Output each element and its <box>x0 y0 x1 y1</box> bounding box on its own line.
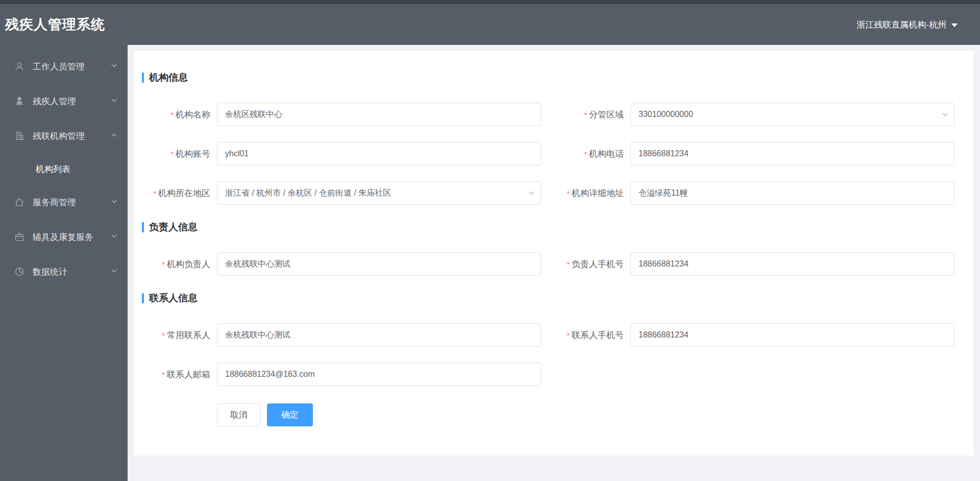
region-select[interactable] <box>630 103 954 126</box>
input-wrap <box>217 181 541 205</box>
field-org-phone: *机构电话 <box>541 142 954 165</box>
required-marker: * <box>162 331 165 340</box>
input-wrap <box>217 142 541 165</box>
sidebar-item-staff-management[interactable]: 工作人员管理 <box>0 49 128 84</box>
sidebar: 工作人员管理 残疾人管理 残联机构管理 机构列表 服务商管理 <box>0 45 128 481</box>
form-row: *常用联系人 *联系人手机号 <box>142 323 954 347</box>
sidebar-item-label: 辅具及康复服务 <box>33 231 111 243</box>
field-contact-email: *联系人邮箱 <box>142 363 541 386</box>
caret-down-icon <box>951 23 958 27</box>
section-title: 负责人信息 <box>149 221 198 234</box>
org-switcher-dropdown[interactable]: 浙江残联直属机构-杭州 <box>856 19 958 31</box>
app-title: 残疾人管理系统 <box>5 15 105 34</box>
user-icon <box>13 60 26 73</box>
required-marker: * <box>170 110 174 119</box>
input-wrap <box>630 181 954 205</box>
field-label: *机构所在地区 <box>142 187 217 199</box>
cancel-button[interactable]: 取消 <box>217 403 261 426</box>
sidebar-item-label: 残疾人管理 <box>33 95 111 107</box>
org-address-input[interactable] <box>630 181 954 205</box>
section-accent-bar <box>142 293 144 303</box>
field-org-account: *机构账号 <box>142 142 541 165</box>
field-org-area: *机构所在地区 <box>142 181 541 205</box>
sidebar-subitem-label: 机构列表 <box>36 163 70 175</box>
sidebar-item-org-management[interactable]: 残联机构管理 <box>0 118 128 153</box>
required-marker: * <box>162 370 165 379</box>
form-row: *机构账号 *机构电话 <box>142 142 954 165</box>
section-org-info: 机构信息 <box>142 71 954 84</box>
contact-mobile-input[interactable] <box>630 323 954 347</box>
section-leader-info: 负责人信息 <box>142 221 954 234</box>
sidebar-item-label: 工作人员管理 <box>33 61 111 73</box>
section-contact-info: 联系人信息 <box>142 292 954 305</box>
sidebar-item-disabled-management[interactable]: 残疾人管理 <box>0 84 128 118</box>
form-row: *机构负责人 *负责人手机号 <box>142 252 954 276</box>
required-marker: * <box>567 331 570 340</box>
org-form-panel: 机构信息 *机构名称 *分管区域 *机构账号 <box>134 51 974 455</box>
required-marker: * <box>584 150 587 158</box>
input-wrap <box>630 323 954 347</box>
field-org-address: *机构详细地址 <box>541 181 954 205</box>
sidebar-item-label: 服务商管理 <box>33 197 111 208</box>
building-icon <box>13 130 26 142</box>
field-label: *联系人手机号 <box>541 329 630 341</box>
contact-person-input[interactable] <box>217 323 541 347</box>
form-row: *机构名称 *分管区域 <box>142 103 954 126</box>
field-label: *联系人邮箱 <box>142 369 217 380</box>
field-org-name: *机构名称 <box>142 103 541 126</box>
input-wrap <box>630 252 954 276</box>
field-label: *负责人手机号 <box>541 258 630 270</box>
org-phone-input[interactable] <box>630 142 954 165</box>
field-label: *机构名称 <box>142 109 217 121</box>
field-contact-mobile: *联系人手机号 <box>541 323 954 347</box>
field-label: *机构详细地址 <box>541 187 630 199</box>
sidebar-subitem-org-list[interactable]: 机构列表 <box>0 153 128 185</box>
section-title: 机构信息 <box>149 71 188 84</box>
field-label: *机构电话 <box>541 148 630 160</box>
input-wrap <box>217 103 541 126</box>
sidebar-item-label: 数据统计 <box>33 266 111 278</box>
field-label: *常用联系人 <box>142 329 217 341</box>
chevron-down-icon <box>111 61 117 71</box>
required-marker: * <box>162 260 165 269</box>
user-filled-icon <box>13 95 26 107</box>
field-contact-person: *常用联系人 <box>142 323 541 347</box>
org-name-input[interactable] <box>217 103 541 126</box>
chevron-down-icon <box>111 232 117 242</box>
field-org-leader: *机构负责人 <box>142 252 541 276</box>
form-actions: 取消 确定 <box>217 403 954 426</box>
chevron-down-icon <box>111 96 117 106</box>
contact-email-input[interactable] <box>217 363 541 386</box>
section-accent-bar <box>142 222 144 232</box>
field-label: *机构账号 <box>142 148 217 160</box>
home-icon <box>13 196 26 208</box>
org-account-input[interactable] <box>217 142 541 165</box>
chevron-down-icon <box>111 197 117 207</box>
required-marker: * <box>153 189 156 198</box>
org-area-cascader[interactable] <box>217 181 541 205</box>
field-label: *分管区域 <box>541 109 630 121</box>
input-wrap <box>217 252 541 276</box>
sidebar-item-data-statistics[interactable]: 数据统计 <box>0 254 128 289</box>
required-marker: * <box>584 110 587 119</box>
confirm-button[interactable]: 确定 <box>267 403 313 426</box>
app-header: 残疾人管理系统 浙江残联直属机构-杭州 <box>0 0 980 45</box>
org-switcher-label: 浙江残联直属机构-杭州 <box>856 19 946 31</box>
required-marker: * <box>567 189 570 198</box>
leader-mobile-input[interactable] <box>630 252 954 276</box>
pie-chart-icon <box>13 266 26 278</box>
input-wrap <box>217 323 541 347</box>
input-wrap <box>217 363 541 386</box>
sidebar-item-provider-management[interactable]: 服务商管理 <box>0 185 128 220</box>
required-marker: * <box>170 150 174 158</box>
chevron-down-icon <box>111 267 117 277</box>
field-region: *分管区域 <box>541 103 954 126</box>
form-row: *机构所在地区 *机构详细地址 <box>142 181 954 205</box>
org-leader-input[interactable] <box>217 252 541 276</box>
input-wrap <box>630 142 954 165</box>
field-leader-mobile: *负责人手机号 <box>541 252 954 276</box>
sidebar-item-assistive-rehab[interactable]: 辅具及康复服务 <box>0 220 128 254</box>
chevron-up-icon <box>111 131 117 141</box>
field-label: *机构负责人 <box>142 258 217 270</box>
main-content: 机构信息 *机构名称 *分管区域 *机构账号 <box>128 45 980 481</box>
